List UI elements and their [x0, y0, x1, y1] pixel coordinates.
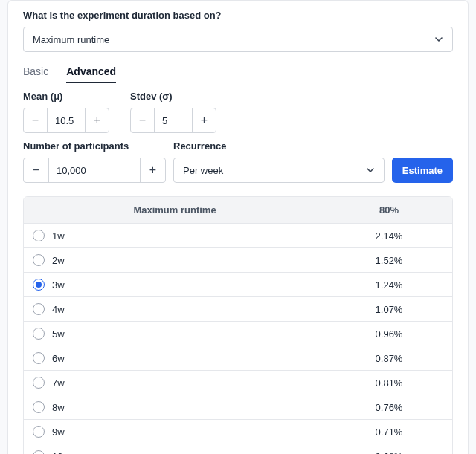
mean-label: Mean (μ) [23, 91, 109, 102]
chevron-down-icon [434, 35, 443, 44]
table-row[interactable]: 5w0.96% [24, 321, 452, 346]
runtime-label: 7w [52, 377, 65, 389]
runtime-radio[interactable] [33, 377, 45, 389]
stdev-increment[interactable]: + [192, 108, 216, 132]
mean-value[interactable]: 10.5 [48, 108, 85, 132]
runtime-label: 9w [52, 427, 65, 438]
runtime-radio[interactable] [33, 254, 45, 266]
runtime-pct: 0.87% [326, 353, 452, 364]
stdev-decrement[interactable]: − [131, 108, 155, 132]
participants-label: Number of participants [23, 140, 166, 152]
tab-advanced[interactable]: Advanced [66, 65, 116, 83]
mean-decrement[interactable]: − [24, 108, 48, 132]
runtime-label: 10w [52, 451, 70, 455]
tabs: Basic Advanced [23, 65, 453, 83]
runtime-radio[interactable] [33, 352, 45, 364]
participants-value[interactable]: 10,000 [49, 158, 140, 182]
runtime-radio[interactable] [33, 328, 45, 340]
participants-stepper: − 10,000 + [23, 158, 166, 183]
recurrence-select[interactable]: Per week [173, 158, 385, 183]
runtime-radio[interactable] [33, 426, 45, 438]
table-row[interactable]: 3w1.24% [24, 272, 452, 296]
runtime-pct: 0.81% [326, 377, 452, 389]
runtime-radio[interactable] [33, 279, 45, 291]
table-row[interactable]: 2w1.52% [24, 247, 452, 272]
runtime-radio[interactable] [33, 401, 45, 413]
estimate-button[interactable]: Estimate [392, 158, 453, 183]
stdev-label: Stdev (σ) [130, 91, 216, 102]
experiment-form: What is the experiment duration based on… [7, 0, 469, 454]
runtime-label: 5w [52, 328, 65, 340]
runtime-pct: 0.76% [326, 402, 452, 413]
runtime-pct: 2.14% [326, 230, 452, 241]
runtime-pct: 1.52% [326, 255, 452, 266]
runtime-label: 1w [52, 230, 65, 241]
table-row[interactable]: 6w0.87% [24, 346, 452, 370]
table-header: Maximum runtime 80% [24, 197, 452, 223]
participants-decrement[interactable]: − [24, 158, 49, 182]
tab-basic[interactable]: Basic [23, 65, 48, 83]
duration-basis-label: What is the experiment duration based on… [23, 10, 453, 21]
duration-basis-select[interactable]: Maximum runtime [23, 27, 453, 52]
duration-basis-value: Maximum runtime [33, 34, 109, 45]
participants-increment[interactable]: + [140, 158, 165, 182]
col-runtime-header: Maximum runtime [24, 197, 326, 223]
runtime-pct: 0.71% [326, 427, 452, 438]
recurrence-value: Per week [183, 165, 223, 176]
recurrence-label: Recurrence [173, 140, 385, 152]
table-row[interactable]: 4w1.07% [24, 296, 452, 321]
runtime-label: 4w [52, 304, 65, 315]
runtime-label: 6w [52, 353, 65, 364]
table-row[interactable]: 10w0.68% [24, 444, 452, 454]
stdev-stepper: − 5 + [130, 108, 216, 133]
runtime-pct: 1.24% [326, 279, 452, 291]
runtime-label: 2w [52, 255, 65, 266]
runtime-label: 3w [52, 279, 65, 291]
col-pct-header: 80% [326, 197, 452, 223]
chevron-down-icon [366, 166, 375, 175]
runtime-pct: 0.68% [326, 451, 452, 455]
runtime-label: 8w [52, 402, 65, 413]
runtime-table: Maximum runtime 80% 1w2.14%2w1.52%3w1.24… [23, 196, 453, 454]
table-row[interactable]: 9w0.71% [24, 419, 452, 444]
mean-stepper: − 10.5 + [23, 108, 109, 133]
table-row[interactable]: 8w0.76% [24, 395, 452, 419]
runtime-radio[interactable] [33, 230, 45, 241]
stdev-value[interactable]: 5 [155, 108, 192, 132]
runtime-pct: 0.96% [326, 328, 452, 340]
runtime-radio[interactable] [33, 450, 45, 454]
mean-increment[interactable]: + [85, 108, 109, 132]
runtime-radio[interactable] [33, 303, 45, 315]
table-row[interactable]: 1w2.14% [24, 223, 452, 247]
runtime-pct: 1.07% [326, 304, 452, 315]
table-row[interactable]: 7w0.81% [24, 370, 452, 395]
